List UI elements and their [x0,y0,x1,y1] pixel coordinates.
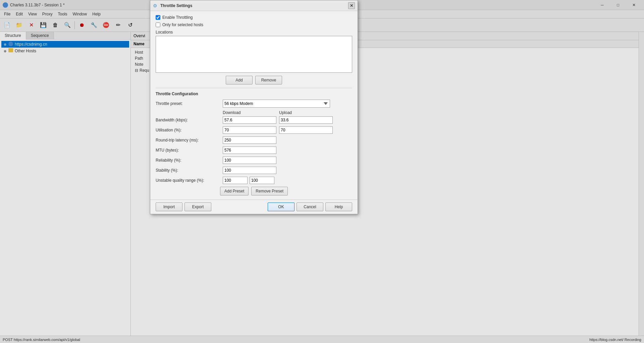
enable-throttling-checkbox[interactable] [156,15,160,20]
reliability-label: Reliability (%): [156,158,223,163]
stability-input[interactable] [223,167,276,174]
throttle-preset-label: Throttle preset: [156,101,223,106]
reliability-row: Reliability (%): [156,157,352,164]
dialog-icon: ⚙ [153,3,158,8]
stability-row: Stability (%): [156,167,352,174]
modal-overlay: ⚙ Throttle Settings ✕ Enable Throttling … [0,0,644,343]
add-location-button[interactable]: Add [226,76,253,84]
unstable-inputs [223,177,274,184]
remove-location-button[interactable]: Remove [255,76,282,84]
throttle-preset-row: Throttle preset: 56 kbps Modem 128 kbps … [156,100,352,108]
footer-left: Import Export [156,203,211,211]
add-preset-button[interactable]: Add Preset [220,187,249,195]
utilisation-label: Utilisation (%): [156,128,223,132]
footer-right: OK Cancel Help [268,203,352,211]
app-window: Charles 3.11.3b7 - Session 1 * ─ □ ✕ Fil… [0,0,644,343]
dialog-close-button[interactable]: ✕ [348,2,355,9]
preset-btn-row: Add Preset Remove Preset [156,187,352,195]
unstable-quality-input-2[interactable] [250,177,274,184]
utilisation-download-input[interactable] [223,126,276,134]
throttle-preset-select[interactable]: 56 kbps Modem 128 kbps ISDN/DSL 256 kbps… [223,100,330,108]
unstable-quality-label: Unstable quality range (%): [156,178,223,183]
locations-textarea[interactable] [156,36,352,73]
mtu-input[interactable] [223,147,276,154]
col-header-upload: Upload [279,110,333,115]
bandwidth-label: Bandwidth (kbps): [156,118,223,122]
latency-input[interactable] [223,136,276,144]
dialog-content: Enable Throttling Only for selected host… [150,11,358,199]
utilisation-upload-input[interactable] [279,126,333,134]
mtu-row: MTU (bytes): [156,147,352,154]
config-section-title: Throttle Configuration [156,92,352,96]
ok-button[interactable]: OK [268,203,294,211]
utilisation-row: Utilisation (%): [156,126,352,134]
dialog-title: Throttle Settings [160,3,348,8]
mtu-label: MTU (bytes): [156,148,223,153]
reliability-input[interactable] [223,157,276,164]
separator-1 [156,88,352,88]
remove-preset-button[interactable]: Remove Preset [251,187,288,195]
export-button[interactable]: Export [184,203,211,211]
unstable-quality-input-1[interactable] [223,177,248,184]
bandwidth-upload-input[interactable] [279,116,333,124]
latency-label: Round-trip latency (ms): [156,138,223,142]
cancel-button[interactable]: Cancel [297,203,323,211]
import-button[interactable]: Import [156,203,182,211]
bandwidth-download-input[interactable] [223,116,276,124]
only-selected-hosts-row: Only for selected hosts [156,22,352,27]
help-button[interactable]: Help [325,203,352,211]
locations-btn-row: Add Remove [156,76,352,84]
locations-label: Locations [156,30,352,35]
col-header-download: Download [223,110,276,115]
enable-throttling-row: Enable Throttling [156,15,352,20]
throttle-settings-dialog: ⚙ Throttle Settings ✕ Enable Throttling … [150,0,358,214]
unstable-quality-row: Unstable quality range (%): [156,177,352,184]
stability-label: Stability (%): [156,168,223,173]
enable-throttling-label[interactable]: Enable Throttling [162,15,193,20]
latency-row: Round-trip latency (ms): [156,136,352,144]
dialog-footer: Import Export OK Cancel Help [150,199,358,214]
dialog-title-bar: ⚙ Throttle Settings ✕ [150,0,358,11]
bandwidth-row: Bandwidth (kbps): [156,116,352,124]
col-headers-row: Download Upload [156,110,352,115]
only-selected-hosts-checkbox[interactable] [156,22,160,27]
only-selected-hosts-label[interactable]: Only for selected hosts [162,22,203,27]
